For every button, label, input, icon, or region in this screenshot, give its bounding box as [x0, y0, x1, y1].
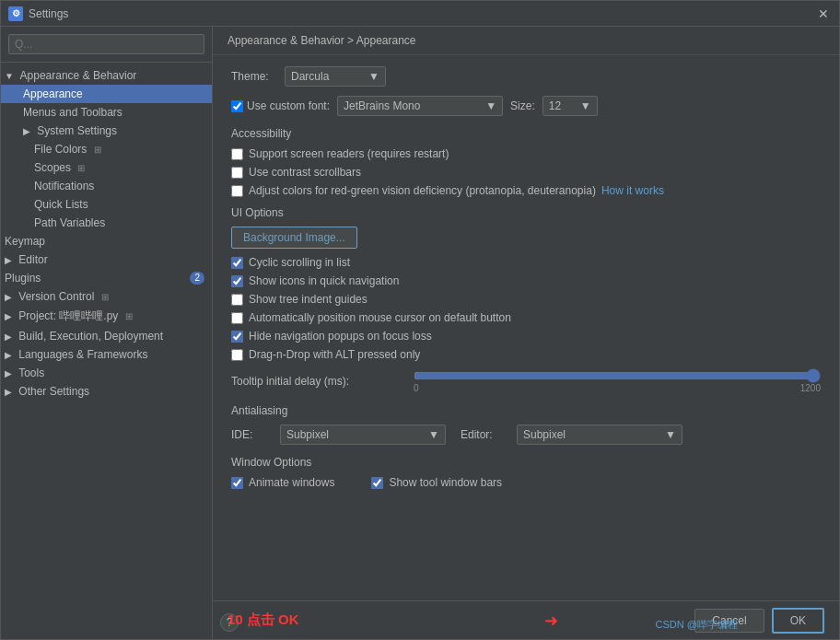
search-box: [1, 27, 212, 63]
editor-aa-value: Subpixel: [523, 428, 566, 441]
sidebar-item-editor[interactable]: ▶ Editor: [1, 250, 212, 269]
theme-row: Theme: Darcula ▼: [231, 66, 821, 87]
color-deficiency-checkbox[interactable]: [231, 185, 243, 197]
search-input[interactable]: [8, 34, 204, 54]
sidebar-label: Plugins: [5, 272, 41, 285]
sidebar-item-version-control[interactable]: ▶ Version Control ⊞: [1, 287, 212, 306]
how-it-works-link[interactable]: How it works: [601, 184, 664, 197]
sidebar-label: Editor: [18, 253, 47, 266]
contrast-scrollbars-row: Use contrast scrollbars: [231, 166, 821, 179]
screen-readers-label: Support screen readers (requires restart…: [249, 147, 449, 160]
drag-drop-checkbox[interactable]: [231, 349, 243, 361]
project-icon: ⊞: [125, 311, 133, 321]
sidebar-item-project[interactable]: ▶ Project: 哔哩哔哩.py ⊞: [1, 306, 212, 327]
settings-window: ⚙ Settings ✕ ▼ Appearance & Behavior App…: [0, 0, 840, 640]
animate-windows-label: Animate windows: [249, 476, 334, 489]
show-icons-row: Show icons in quick navigation: [231, 274, 821, 287]
hide-popups-row: Hide navigation popups on focus loss: [231, 330, 821, 343]
sidebar-item-system-settings[interactable]: ▶ System Settings: [1, 122, 212, 140]
theme-select[interactable]: Darcula ▼: [285, 66, 386, 87]
editor-label: Editor:: [461, 428, 502, 441]
close-button[interactable]: ✕: [815, 6, 832, 22]
drag-drop-label: Drag-n-Drop with ALT pressed only: [249, 348, 420, 361]
sidebar-item-scopes[interactable]: Scopes ⊞: [1, 158, 212, 177]
ide-label: IDE:: [231, 428, 273, 441]
tool-window-bars-checkbox[interactable]: [371, 477, 383, 489]
auto-position-checkbox[interactable]: [231, 312, 243, 324]
sidebar-item-path-variables[interactable]: Path Variables: [1, 214, 212, 232]
ok-button[interactable]: OK: [772, 608, 824, 634]
sidebar-label: Path Variables: [34, 216, 105, 229]
editor-aa-arrow: ▼: [665, 428, 676, 441]
tree-indent-row: Show tree indent guides: [231, 293, 821, 306]
sidebar-label: Appearance: [23, 87, 83, 100]
show-icons-checkbox[interactable]: [231, 275, 243, 287]
sidebar-item-file-colors[interactable]: File Colors ⊞: [1, 140, 212, 158]
cyclic-scrolling-label: Cyclic scrolling in list: [249, 256, 350, 269]
editor-antialiasing-select[interactable]: Subpixel ▼: [517, 425, 682, 445]
background-image-button[interactable]: Background Image...: [231, 227, 357, 249]
font-select[interactable]: JetBrains Mono ▼: [337, 96, 503, 116]
sidebar-label: Scopes: [34, 161, 71, 174]
collapse-arrow: ▼: [5, 71, 14, 81]
sidebar-item-notifications[interactable]: Notifications: [1, 177, 212, 195]
contrast-scrollbars-checkbox[interactable]: [231, 167, 243, 179]
ide-antialiasing-select[interactable]: Subpixel ▼: [280, 425, 446, 445]
sidebar-item-keymap[interactable]: Keymap: [1, 232, 212, 250]
sidebar-label: Quick Lists: [34, 198, 88, 211]
arrow-annotation: ➜: [544, 611, 558, 631]
sidebar-label: Version Control: [18, 290, 94, 303]
color-deficiency-label: Adjust colors for red-green vision defic…: [249, 184, 596, 197]
tooltip-slider-container: 0 1200: [414, 368, 821, 393]
sidebar-item-appearance-behavior[interactable]: ▼ Appearance & Behavior: [1, 66, 212, 85]
scopes-icon: ⊞: [77, 163, 85, 173]
panel-content: Theme: Darcula ▼ Use custom font: JetBra…: [213, 55, 839, 600]
sidebar-item-appearance[interactable]: Appearance: [1, 85, 212, 103]
font-arrow: ▼: [485, 99, 496, 112]
custom-font-label: Use custom font:: [247, 99, 330, 112]
sidebar-label: Notifications: [34, 180, 94, 192]
size-label: Size:: [510, 99, 535, 112]
expand-arrow: ▶: [5, 292, 12, 302]
expand-arrow: ▶: [5, 387, 12, 397]
sidebar-item-tools[interactable]: ▶ Tools: [1, 364, 212, 382]
window-title: Settings: [29, 7, 815, 20]
hide-popups-checkbox[interactable]: [231, 331, 243, 343]
custom-font-checkbox[interactable]: [231, 100, 243, 112]
drag-drop-row: Drag-n-Drop with ALT pressed only: [231, 348, 821, 361]
ide-aa-value: Subpixel: [286, 428, 329, 441]
theme-label: Theme:: [231, 70, 277, 83]
ui-options-title: UI Options: [231, 206, 821, 219]
sidebar-item-languages[interactable]: ▶ Languages & Frameworks: [1, 345, 212, 364]
tool-window-bars-label: Show tool window bars: [389, 476, 502, 489]
expand-arrow: ▶: [5, 332, 12, 342]
sidebar-item-menus-toolbars[interactable]: Menus and Toolbars: [1, 103, 212, 122]
antialiasing-title: Antialiasing: [231, 404, 821, 417]
sidebar-label: System Settings: [37, 124, 117, 137]
sidebar-item-plugins[interactable]: Plugins 2: [1, 269, 212, 287]
screen-readers-checkbox[interactable]: [231, 148, 243, 160]
slider-values: 0 1200: [414, 383, 821, 393]
animate-windows-checkbox[interactable]: [231, 477, 243, 489]
cyclic-scrolling-checkbox[interactable]: [231, 257, 243, 269]
slider-max: 1200: [800, 383, 821, 393]
sidebar-item-other-settings[interactable]: ▶ Other Settings: [1, 382, 212, 401]
sidebar-label: File Colors: [34, 143, 87, 156]
sidebar-item-quick-lists[interactable]: Quick Lists: [1, 195, 212, 214]
tree-indent-checkbox[interactable]: [231, 294, 243, 306]
custom-font-row: Use custom font: JetBrains Mono ▼ Size: …: [231, 96, 821, 116]
antialiasing-row: IDE: Subpixel ▼ Editor: Subpixel ▼: [231, 425, 821, 445]
expand-arrow: ▶: [5, 368, 12, 378]
sidebar-label: Project: 哔哩哔哩.py: [18, 309, 118, 322]
tooltip-slider[interactable]: [414, 368, 821, 383]
bottom-bar: ? 10 点击 OK ➜ CSDN @哔字编程 Cancel OK: [213, 600, 839, 639]
screen-readers-row: Support screen readers (requires restart…: [231, 147, 821, 160]
sidebar-label: Menus and Toolbars: [23, 106, 122, 119]
tooltip-label: Tooltip initial delay (ms):: [231, 375, 406, 388]
tool-window-bars-row: Show tool window bars: [371, 476, 502, 489]
sidebar-item-build[interactable]: ▶ Build, Execution, Deployment: [1, 327, 212, 345]
theme-value: Darcula: [291, 70, 329, 83]
breadcrumb-path: Appearance & Behavior: [228, 34, 344, 47]
size-select[interactable]: 12 ▼: [542, 96, 598, 116]
auto-position-label: Automatically position mouse cursor on d…: [249, 311, 511, 324]
